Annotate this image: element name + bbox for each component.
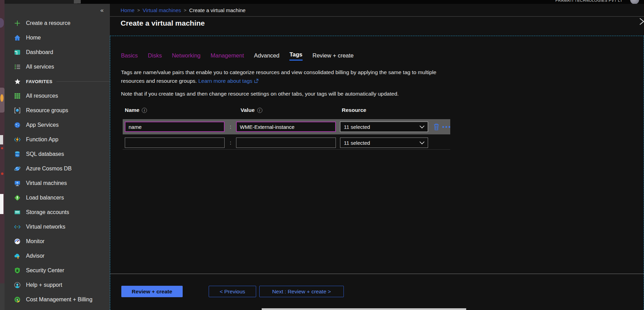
chevron-down-icon bbox=[419, 124, 425, 130]
storage-icon bbox=[14, 209, 21, 216]
tags-description-text: Tags are name/value pairs that enable yo… bbox=[121, 69, 436, 84]
sidebar-item-security-center[interactable]: Security Center bbox=[5, 263, 110, 278]
sidebar-item-label: SQL databases bbox=[26, 151, 64, 157]
column-header-label: Name bbox=[125, 107, 139, 113]
previous-button[interactable]: < Previous bbox=[209, 286, 256, 297]
dock-badge bbox=[1, 147, 3, 149]
sidebar-item-label: All services bbox=[26, 64, 54, 70]
sidebar-item-monitor[interactable]: Monitor bbox=[5, 234, 110, 249]
sidebar-item-azure-cosmos-db[interactable]: Azure Cosmos DB bbox=[5, 161, 110, 176]
tab-networking[interactable]: Networking bbox=[172, 52, 201, 61]
sidebar-item-label: All resources bbox=[26, 93, 58, 99]
desktop-edge-strip bbox=[0, 0, 5, 310]
sidebar-header-favorites: FAVORITES bbox=[5, 74, 110, 89]
tab-management[interactable]: Management bbox=[211, 52, 244, 61]
learn-more-link[interactable]: Learn more about tags bbox=[198, 78, 259, 84]
sidebar-item-advisor[interactable]: Advisor bbox=[5, 249, 110, 263]
sidebar-item-label: App Services bbox=[26, 122, 59, 128]
delete-tag-icon[interactable] bbox=[433, 123, 440, 131]
breadcrumb-separator: > bbox=[184, 8, 186, 13]
avatar[interactable] bbox=[630, 0, 639, 4]
sidebar-item-label: Virtual machines bbox=[26, 180, 67, 186]
sidebar-item-function-app[interactable]: Function App bbox=[5, 132, 110, 147]
tag-row-empty: : 11 selected bbox=[123, 136, 450, 150]
review-create-button[interactable]: Review + create bbox=[121, 286, 183, 297]
column-header-value: Valuei bbox=[241, 107, 262, 113]
info-icon[interactable]: i bbox=[142, 108, 147, 113]
sidebar-item-label: Help + support bbox=[26, 282, 62, 288]
sidebar-item-virtual-networks[interactable]: Virtual networks bbox=[5, 220, 110, 234]
browser-top-strip: PRAMATI TECHNOLOGIES PVT LT bbox=[5, 0, 644, 4]
home-icon bbox=[14, 34, 21, 42]
sidebar-item-label: Create a resource bbox=[26, 20, 70, 26]
breadcrumb-current: Create a virtual machine bbox=[189, 7, 246, 13]
planet-icon bbox=[14, 165, 21, 172]
sidebar-item-all-resources[interactable]: All resources bbox=[5, 89, 110, 103]
app-services-icon bbox=[14, 121, 21, 129]
list-icon bbox=[14, 63, 21, 71]
background-window-edge bbox=[262, 308, 466, 310]
resource-dropdown[interactable]: 11 selected bbox=[340, 122, 428, 132]
footer-divider bbox=[110, 274, 644, 274]
svg-text:SQL: SQL bbox=[16, 154, 19, 156]
tab-bar: Basics Disks Networking Management Advan… bbox=[121, 51, 364, 61]
tag-name-input[interactable] bbox=[125, 138, 225, 148]
dock-icon bbox=[0, 135, 3, 144]
tab-basics[interactable]: Basics bbox=[121, 52, 138, 61]
sidebar-item-resource-groups[interactable]: Resource groups bbox=[5, 103, 110, 118]
dock-item bbox=[0, 18, 4, 28]
close-blade-icon[interactable] bbox=[637, 17, 644, 26]
ellipsis-icon[interactable] bbox=[442, 126, 450, 128]
sidebar-item-home[interactable]: Home bbox=[5, 30, 110, 45]
tab-review-create[interactable]: Review + create bbox=[313, 52, 354, 61]
breadcrumb-separator: > bbox=[137, 8, 140, 13]
chevron-down-icon bbox=[419, 140, 425, 146]
resource-dropdown-value: 11 selected bbox=[340, 140, 419, 146]
gauge-icon bbox=[14, 238, 21, 245]
lightning-icon bbox=[14, 136, 21, 143]
sidebar-item-label: Azure Cosmos DB bbox=[26, 166, 72, 172]
tag-row-selected: : 11 selected bbox=[123, 119, 450, 134]
sidebar-item-dashboard[interactable]: Dashboard bbox=[5, 45, 110, 60]
sidebar-item-create-a-resource[interactable]: Create a resource bbox=[5, 16, 110, 30]
divider bbox=[56, 81, 110, 82]
sidebar-item-app-services[interactable]: App Services bbox=[5, 118, 110, 132]
column-header-label: Resource bbox=[342, 107, 366, 113]
column-header-resource: Resource bbox=[342, 107, 366, 113]
tag-value-input[interactable] bbox=[236, 138, 336, 148]
sidebar-header-label: FAVORITES bbox=[26, 79, 52, 84]
dashboard-icon bbox=[14, 48, 21, 56]
sidebar-item-label: Security Center bbox=[26, 267, 64, 274]
sidebar-item-virtual-machines[interactable]: Virtual machines bbox=[5, 176, 110, 191]
tags-table-header: Namei Valuei Resource bbox=[110, 107, 644, 115]
sidebar-item-label: Virtual networks bbox=[26, 224, 66, 230]
collapse-sidebar-icon[interactable]: « bbox=[101, 7, 104, 14]
breadcrumb-home[interactable]: Home bbox=[121, 7, 134, 13]
tenant-name: PRAMATI TECHNOLOGIES PVT LT bbox=[555, 0, 623, 2]
resource-dropdown[interactable]: 11 selected bbox=[340, 138, 428, 148]
sidebar-item-label: Home bbox=[26, 35, 41, 41]
tab-tags[interactable]: Tags bbox=[289, 51, 302, 61]
top-strip-tab bbox=[74, 0, 81, 3]
tag-name-input[interactable] bbox=[125, 122, 225, 132]
column-header-name: Namei bbox=[125, 107, 147, 113]
page-title: Create a virtual machine bbox=[121, 19, 205, 27]
info-icon[interactable]: i bbox=[257, 108, 262, 113]
sidebar-item-help-support[interactable]: Help + support bbox=[5, 278, 110, 292]
next-button[interactable]: Next : Review + create > bbox=[259, 286, 344, 297]
svg-text:$: $ bbox=[17, 299, 18, 301]
dock-icon bbox=[0, 94, 3, 102]
breadcrumb-virtual-machines[interactable]: Virtual machines bbox=[143, 7, 181, 13]
sidebar-item-sql-databases[interactable]: SQL SQL databases bbox=[5, 147, 110, 161]
tab-disks[interactable]: Disks bbox=[148, 52, 162, 61]
cube-brackets-icon bbox=[14, 107, 21, 114]
sidebar-item-load-balancers[interactable]: Load balancers bbox=[5, 191, 110, 205]
sidebar-item-label: Cost Management + Billing bbox=[26, 296, 93, 303]
external-link-icon bbox=[254, 77, 259, 86]
sidebar-item-cost-management-billing[interactable]: $ Cost Management + Billing bbox=[5, 292, 110, 307]
advisor-cloud-icon bbox=[14, 252, 21, 260]
tab-advanced[interactable]: Advanced bbox=[254, 52, 279, 61]
tag-value-input[interactable] bbox=[236, 122, 336, 132]
sidebar-item-all-services[interactable]: All services bbox=[5, 60, 110, 74]
sidebar-item-storage-accounts[interactable]: Storage accounts bbox=[5, 205, 110, 220]
